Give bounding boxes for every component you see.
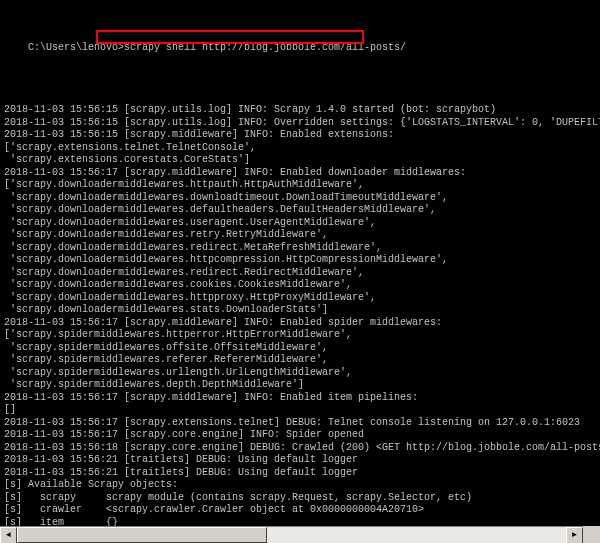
log-line: [s] crawler <scrapy.crawler.Crawler obje… xyxy=(4,504,596,517)
scroll-left-button[interactable]: ◄ xyxy=(0,527,17,543)
log-line: 2018-11-03 15:56:18 [scrapy.core.engine]… xyxy=(4,442,596,455)
log-line: 'scrapy.downloadermiddlewares.stats.Down… xyxy=(4,304,596,317)
log-line: [s] Available Scrapy objects: xyxy=(4,479,596,492)
prompt-path: C:\Users\lenovo> xyxy=(28,42,124,53)
log-line: 'scrapy.downloadermiddlewares.httpproxy.… xyxy=(4,292,596,305)
log-line: 2018-11-03 15:56:17 [scrapy.core.engine]… xyxy=(4,429,596,442)
scroll-track[interactable] xyxy=(17,527,566,543)
log-line: 'scrapy.downloadermiddlewares.useragent.… xyxy=(4,217,596,230)
terminal-output[interactable]: C:\Users\lenovo>scrapy shell http://blog… xyxy=(0,0,600,526)
log-line: [] xyxy=(4,404,596,417)
log-line: 2018-11-03 15:56:17 [scrapy.middleware] … xyxy=(4,167,596,180)
log-line: 2018-11-03 15:56:17 [scrapy.extensions.t… xyxy=(4,417,596,430)
log-line: 'scrapy.downloadermiddlewares.cookies.Co… xyxy=(4,279,596,292)
horizontal-scrollbar[interactable]: ◄ ► xyxy=(0,526,583,543)
log-line: 'scrapy.downloadermiddlewares.redirect.M… xyxy=(4,242,596,255)
log-line: 'scrapy.spidermiddlewares.depth.DepthMid… xyxy=(4,379,596,392)
log-line: [s] item {} xyxy=(4,517,596,527)
scrollbar-corner xyxy=(583,526,600,543)
log-line: 'scrapy.downloadermiddlewares.redirect.R… xyxy=(4,267,596,280)
log-line: 2018-11-03 15:56:21 [traitlets] DEBUG: U… xyxy=(4,454,596,467)
log-line: ['scrapy.extensions.telnet.TelnetConsole… xyxy=(4,142,596,155)
log-line: 'scrapy.downloadermiddlewares.httpcompre… xyxy=(4,254,596,267)
entered-command: scrapy shell http://blog.jobbole.com/all… xyxy=(124,42,406,53)
log-line: 2018-11-03 15:56:21 [traitlets] DEBUG: U… xyxy=(4,467,596,480)
log-lines-container: 2018-11-03 15:56:15 [scrapy.utils.log] I… xyxy=(4,104,596,526)
log-line: 2018-11-03 15:56:15 [scrapy.middleware] … xyxy=(4,129,596,142)
log-line: 'scrapy.downloadermiddlewares.defaulthea… xyxy=(4,204,596,217)
command-line: C:\Users\lenovo>scrapy shell http://blog… xyxy=(4,29,596,79)
log-line: 'scrapy.spidermiddlewares.offsite.Offsit… xyxy=(4,342,596,355)
log-line: ['scrapy.downloadermiddlewares.httpauth.… xyxy=(4,179,596,192)
log-line: 'scrapy.downloadermiddlewares.downloadti… xyxy=(4,192,596,205)
log-line: 'scrapy.spidermiddlewares.urllength.UrlL… xyxy=(4,367,596,380)
log-line: 2018-11-03 15:56:17 [scrapy.middleware] … xyxy=(4,392,596,405)
log-line: 2018-11-03 15:56:17 [scrapy.middleware] … xyxy=(4,317,596,330)
log-line: 2018-11-03 15:56:15 [scrapy.utils.log] I… xyxy=(4,117,596,130)
log-line: 2018-11-03 15:56:15 [scrapy.utils.log] I… xyxy=(4,104,596,117)
scroll-right-button[interactable]: ► xyxy=(566,527,583,543)
log-line: [s] scrapy scrapy module (contains scrap… xyxy=(4,492,596,505)
log-line: ['scrapy.spidermiddlewares.httperror.Htt… xyxy=(4,329,596,342)
log-line: 'scrapy.extensions.corestats.CoreStats'] xyxy=(4,154,596,167)
scroll-thumb[interactable] xyxy=(17,527,267,543)
log-line: 'scrapy.downloadermiddlewares.retry.Retr… xyxy=(4,229,596,242)
log-line: 'scrapy.spidermiddlewares.referer.Refere… xyxy=(4,354,596,367)
